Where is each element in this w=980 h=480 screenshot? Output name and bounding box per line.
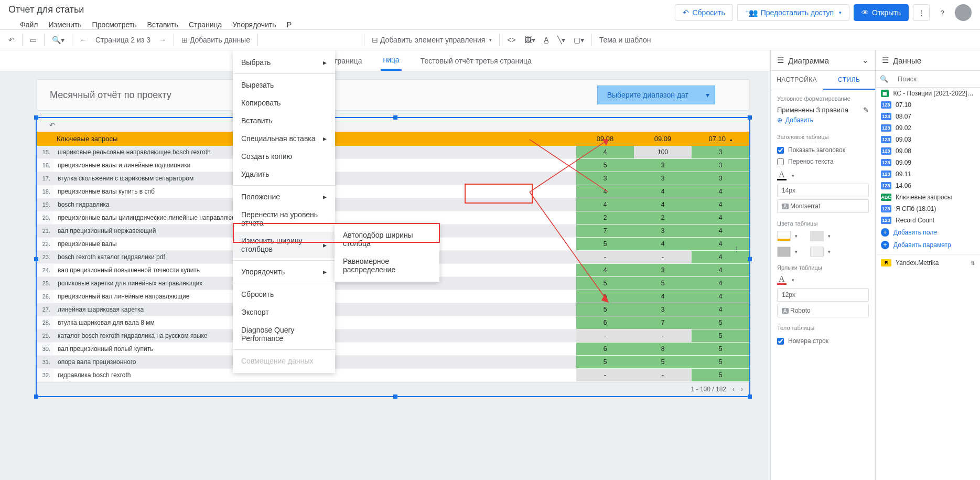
field-item[interactable]: 12307.10 [876, 99, 980, 111]
reset-button[interactable]: ↶Сбросить [675, 4, 733, 21]
add-control-button[interactable]: ⊟Добавить элемент управления▾ [368, 34, 496, 46]
more-icon[interactable]: ⋮ [913, 4, 930, 21]
table-colors-title: Цвета таблицы [777, 220, 869, 227]
add-rule-button[interactable]: ⊕Добавить [777, 114, 869, 126]
tab-2[interactable]: Тестовый отчёт третья страница [418, 51, 534, 70]
avatar[interactable] [955, 4, 972, 21]
text-icon[interactable]: A̲ [540, 34, 553, 46]
ctx-Вырезать[interactable]: Вырезать [233, 76, 335, 94]
subctx-Равномерное распределение[interactable]: Равномерное распределение [335, 252, 439, 279]
tab-1[interactable]: ница [381, 50, 401, 71]
context-submenu: Автоподбор ширины столбцаРавномерное рас… [335, 223, 439, 282]
color-swatch[interactable] [810, 247, 824, 257]
chevron-down-icon[interactable]: ⌄ [862, 56, 869, 65]
undo-icon: ↶ [683, 8, 689, 17]
field-item[interactable]: ABCКлючевые запросы [876, 191, 980, 203]
theme-button[interactable]: Тема и шаблон [595, 34, 655, 46]
field-item[interactable]: 12309.02 [876, 122, 980, 134]
ctx-Выбрать[interactable]: Выбрать▸ [233, 54, 335, 71]
font-color-icon[interactable]: A [777, 275, 787, 285]
chevron-right-icon: ▸ [323, 241, 327, 249]
metrika-icon: Я [881, 259, 891, 266]
share-icon: ⁺👥 [745, 8, 758, 17]
type-icon: 123 [881, 136, 891, 143]
chevron-right-icon: ▸ [323, 58, 327, 67]
ctx-Создать копию[interactable]: Создать копию [233, 147, 335, 165]
ctx-Diagnose Query Performance[interactable]: Diagnose Query Performance [233, 321, 335, 347]
ctx-Изменить ширину столбцов[interactable]: Изменить ширину столбцов▸ [233, 232, 335, 258]
font-color-icon[interactable]: A [777, 170, 787, 180]
show-header-check[interactable] [777, 147, 784, 154]
subctx-Автоподбор ширины столбца[interactable]: Автоподбор ширины столбца [335, 226, 439, 252]
tab-setup[interactable]: НАСТРОЙКА [771, 71, 823, 90]
undo-button[interactable]: ↶ [4, 34, 19, 46]
tab-style[interactable]: СТИЛЬ [823, 71, 876, 90]
datasource-item[interactable]: ▦ КС - Позиции [2021-2022] - Y [Спб-... [876, 88, 980, 99]
ctx-Упорядочить[interactable]: Упорядочить▸ [233, 263, 335, 281]
ctx-Копировать[interactable]: Копировать [233, 94, 335, 112]
data-icon: ☰ [882, 56, 889, 65]
toolbar: ↶ ▭ 🔍▾ ← Страница 2 из 3 → ⊞Добавить дан… [0, 29, 980, 50]
header-font-size[interactable]: 14px [777, 184, 869, 197]
ctx-Перенести на уровень отчета[interactable]: Перенести на уровень отчета [233, 206, 335, 232]
svg-marker-4 [602, 295, 608, 302]
datasource-metrika[interactable]: Я Yandex.Metrika⇅ [876, 254, 980, 269]
label-font-family[interactable]: A Roboto [777, 304, 869, 317]
type-icon: ABC [881, 194, 891, 201]
help-icon[interactable]: ? [934, 4, 951, 21]
svg-line-3 [530, 192, 608, 302]
field-item[interactable]: 12309.09 [876, 157, 980, 168]
field-item[interactable]: 12314.06 [876, 180, 980, 191]
field-item[interactable]: 123Я СПб (18.01) [876, 203, 980, 215]
pencil-icon[interactable]: ✎ [863, 106, 869, 114]
field-item[interactable]: 123Record Count [876, 215, 980, 226]
ctx-Совмещение данных: Совмещение данных [233, 352, 335, 370]
color-swatch[interactable] [777, 231, 791, 241]
type-icon: 123 [881, 159, 891, 166]
table-more-icon[interactable]: ⋮ [733, 245, 740, 253]
ctx-Удалить[interactable]: Удалить [233, 165, 335, 183]
slider-icon: ⊟ [372, 36, 378, 44]
ctx-Вставить[interactable]: Вставить [233, 112, 335, 130]
row-numbers-check[interactable] [777, 338, 784, 345]
eye-icon: 👁 [861, 8, 869, 17]
image-icon[interactable]: 🖼▾ [520, 34, 540, 46]
plus-icon: + [881, 228, 889, 237]
add-data-button[interactable]: ⊞Добавить данные [177, 34, 254, 46]
embed-icon[interactable]: <> [503, 34, 520, 46]
page-next[interactable]: → [155, 34, 170, 46]
type-icon: 123 [881, 205, 891, 212]
shape-icon[interactable]: ▢▾ [569, 34, 588, 46]
ctx-Экспорт[interactable]: Экспорт [233, 303, 335, 321]
context-menu: Выбрать▸ВырезатьКопироватьВставитьСпециа… [233, 50, 335, 373]
search-icon: 🔍 [876, 75, 892, 83]
share-button[interactable]: ⁺👥Предоставить доступ▾ [737, 4, 849, 21]
line-icon[interactable]: ╲▾ [553, 34, 569, 46]
type-icon: 123 [881, 113, 891, 120]
pointer-tool[interactable]: ▭ [26, 34, 41, 46]
date-range-select[interactable]: Выберите диапазон дат [597, 86, 715, 104]
header-font-family[interactable]: A Montserrat [777, 199, 869, 213]
field-item[interactable]: 12309.03 [876, 134, 980, 145]
data-search-input[interactable] [892, 71, 980, 87]
ctx-Специальная вставка[interactable]: Специальная вставка▸ [233, 130, 335, 147]
panel-chart-title: Диаграмма [788, 56, 858, 65]
doc-title[interactable]: Отчет для статьи [8, 4, 303, 15]
add-field-button[interactable]: +Добавить поле [876, 226, 980, 239]
ctx-Положение[interactable]: Положение▸ [233, 188, 335, 206]
field-item[interactable]: 12309.08 [876, 145, 980, 157]
color-swatch[interactable] [777, 247, 791, 257]
zoom-tool[interactable]: 🔍▾ [48, 34, 69, 46]
color-swatch[interactable] [810, 231, 824, 241]
field-item[interactable]: 12308.07 [876, 111, 980, 122]
open-button[interactable]: 👁Открыть [854, 4, 909, 21]
type-icon: 123 [881, 170, 891, 178]
ctx-Сбросить[interactable]: Сбросить [233, 285, 335, 303]
type-icon: 123 [881, 101, 891, 109]
field-item[interactable]: 12309.11 [876, 168, 980, 180]
page-prev[interactable]: ← [76, 34, 91, 46]
page-indicator[interactable]: Страница 2 из 3 [91, 34, 155, 46]
label-font-size[interactable]: 12px [777, 288, 869, 302]
add-param-button[interactable]: +Добавить параметр [876, 239, 980, 251]
wrap-text-check[interactable] [777, 158, 784, 165]
